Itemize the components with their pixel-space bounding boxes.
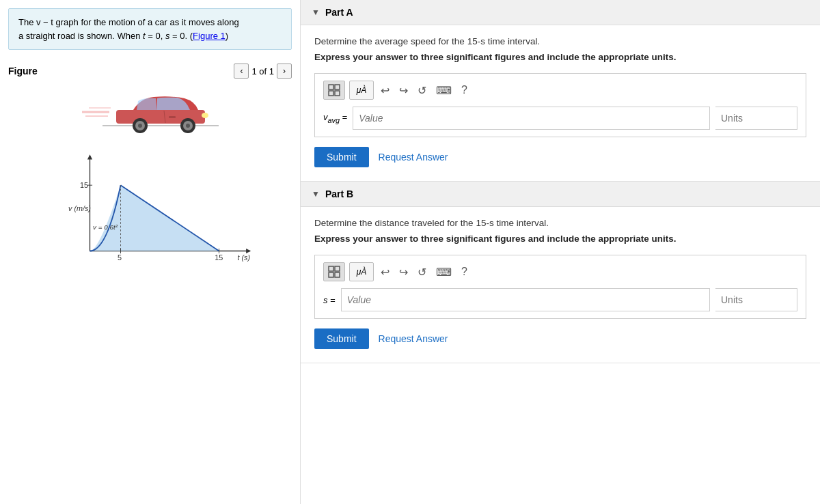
svg-text:15: 15	[80, 181, 88, 189]
part-a-request-answer-link[interactable]: Request Answer	[379, 152, 448, 163]
figure-nav: ‹ 1 of 1 ›	[234, 64, 292, 79]
part-b-answer-box: μÀ ↩ ↪ ↺ ⌨ ? s =	[314, 255, 806, 319]
part-a-action-row: Submit Request Answer	[314, 147, 806, 167]
part-a-toolbar: μÀ ↩ ↪ ↺ ⌨ ?	[323, 81, 797, 100]
left-panel: The v − t graph for the motion of a car …	[0, 0, 301, 504]
figure-area: Figure ‹ 1 of 1 ›	[0, 58, 300, 504]
part-b-collapse-icon[interactable]: ▼	[312, 189, 320, 199]
svg-rect-29	[329, 85, 333, 89]
part-b-submit-button[interactable]: Submit	[314, 328, 369, 349]
figure-header: Figure ‹ 1 of 1 ›	[8, 64, 292, 79]
svg-rect-35	[329, 272, 333, 277]
part-b-eq-label: s =	[323, 295, 336, 305]
part-b-undo-button[interactable]: ↩	[378, 264, 392, 280]
figure-title: Figure	[8, 66, 38, 76]
part-a-section: ▼ Part A Determine the average speed for…	[301, 0, 820, 182]
part-b-body: Determine the distance traveled for the …	[301, 207, 820, 363]
part-a-value-input[interactable]	[353, 107, 710, 130]
svg-rect-33	[329, 266, 333, 271]
part-a-header: ▼ Part A	[301, 0, 820, 25]
svg-point-10	[186, 124, 190, 128]
part-a-input-row: vavg =	[323, 107, 797, 130]
graph-container: v (m/s) 15 v = 0.6t²	[8, 143, 292, 499]
part-b-help-button[interactable]: ?	[459, 264, 470, 279]
part-b-input-row: s =	[323, 288, 797, 311]
svg-text:15: 15	[215, 253, 223, 262]
part-b-request-answer-link[interactable]: Request Answer	[379, 333, 448, 344]
svg-text:5: 5	[118, 253, 122, 262]
part-b-action-row: Submit Request Answer	[314, 328, 806, 349]
car-illustration	[82, 86, 219, 134]
part-b-bold-instruction: Express your answer to three significant…	[314, 234, 806, 244]
svg-marker-17	[246, 249, 251, 253]
svg-rect-30	[335, 85, 340, 89]
figure-link[interactable]: Figure 1	[193, 31, 226, 41]
part-a-bold-instruction: Express your answer to three significant…	[314, 52, 806, 62]
svg-rect-34	[335, 266, 340, 271]
part-a-submit-button[interactable]: Submit	[314, 147, 369, 167]
part-a-instruction: Determine the average speed for the 15-s…	[314, 36, 806, 46]
part-a-keyboard-button[interactable]: ⌨	[433, 83, 454, 98]
nav-prev-button[interactable]: ‹	[234, 64, 249, 79]
part-a-title: Part A	[325, 7, 353, 18]
svg-point-7	[138, 124, 142, 128]
part-a-collapse-icon[interactable]: ▼	[312, 8, 320, 17]
part-a-undo-button[interactable]: ↩	[378, 83, 392, 98]
svg-rect-31	[329, 91, 333, 96]
svg-rect-32	[335, 91, 340, 96]
graph-svg: v (m/s) 15 v = 0.6t²	[42, 150, 285, 272]
part-b-section: ▼ Part B Determine the distance traveled…	[301, 182, 820, 363]
part-b-instruction: Determine the distance traveled for the …	[314, 218, 806, 228]
part-a-mu-button[interactable]: μÀ	[349, 81, 374, 100]
part-a-help-button[interactable]: ?	[459, 83, 470, 98]
part-b-title: Part B	[325, 188, 353, 199]
problem-statement: The v − t graph for the motion of a car …	[8, 8, 292, 50]
part-b-value-input[interactable]	[341, 288, 710, 311]
part-b-units-input[interactable]	[715, 288, 797, 311]
part-b-toolbar: μÀ ↩ ↪ ↺ ⌨ ?	[323, 262, 797, 281]
part-b-header: ▼ Part B	[301, 182, 820, 207]
nav-page-label: 1 of 1	[251, 66, 274, 76]
part-a-body: Determine the average speed for the 15-s…	[301, 25, 820, 181]
svg-point-11	[202, 113, 208, 118]
svg-marker-16	[87, 154, 92, 159]
part-b-grid-button[interactable]	[323, 262, 345, 281]
part-a-refresh-button[interactable]: ↺	[415, 83, 429, 98]
nav-next-button[interactable]: ›	[277, 64, 292, 79]
part-a-redo-button[interactable]: ↪	[396, 83, 411, 98]
part-a-grid-button[interactable]	[323, 81, 345, 100]
part-a-units-input[interactable]	[715, 107, 797, 130]
svg-rect-13	[169, 116, 176, 118]
svg-text:v = 0.6t²: v = 0.6t²	[93, 223, 118, 231]
problem-text-line1: The v − t graph for the motion of a car …	[18, 17, 239, 27]
part-b-mu-button[interactable]: μÀ	[349, 262, 374, 281]
car-image-area	[8, 83, 292, 137]
part-b-refresh-button[interactable]: ↺	[415, 264, 429, 280]
svg-text:t (s): t (s)	[238, 253, 251, 262]
part-b-redo-button[interactable]: ↪	[396, 264, 411, 280]
part-a-answer-box: μÀ ↩ ↪ ↺ ⌨ ? vavg =	[314, 73, 806, 137]
right-panel[interactable]: ▼ Part A Determine the average speed for…	[301, 0, 820, 504]
problem-text-line2: a straight road is shown. When t = 0, s …	[18, 31, 228, 41]
part-a-eq-label: vavg =	[323, 112, 347, 124]
svg-rect-36	[335, 272, 340, 277]
part-b-keyboard-button[interactable]: ⌨	[433, 264, 454, 280]
svg-text:v (m/s): v (m/s)	[68, 204, 91, 212]
